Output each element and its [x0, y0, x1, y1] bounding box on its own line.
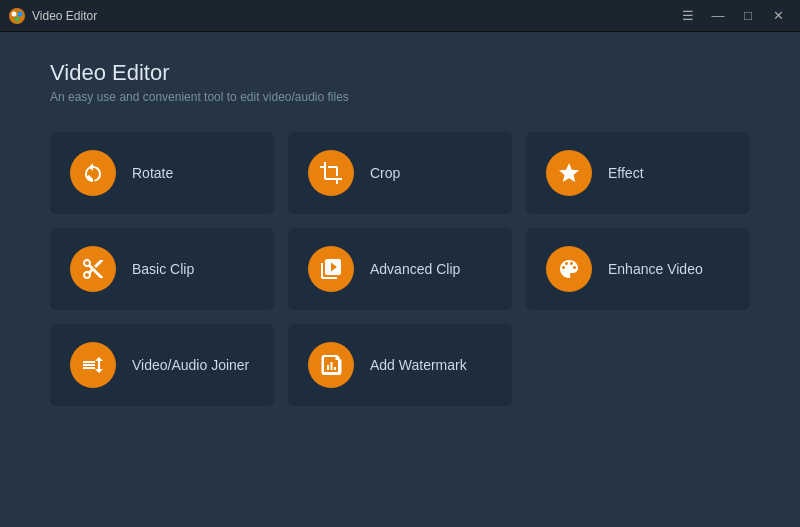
feature-grid: Rotate Crop Effect: [50, 132, 750, 406]
watermark-icon: [319, 353, 343, 377]
advanced-clip-card[interactable]: Advanced Clip: [288, 228, 512, 310]
rotate-label: Rotate: [132, 164, 173, 182]
enhance-video-label: Enhance Video: [608, 260, 703, 278]
crop-icon: [319, 161, 343, 185]
basic-clip-card[interactable]: Basic Clip: [50, 228, 274, 310]
crop-label: Crop: [370, 164, 400, 182]
effect-icon: [557, 161, 581, 185]
advanced-clip-label: Advanced Clip: [370, 260, 460, 278]
maximize-button[interactable]: □: [734, 5, 762, 27]
title-bar-label: Video Editor: [32, 9, 674, 23]
svg-point-2: [18, 11, 23, 16]
joiner-label: Video/Audio Joiner: [132, 356, 249, 374]
effect-label: Effect: [608, 164, 644, 182]
svg-point-0: [9, 8, 25, 24]
page-subtitle: An easy use and convenient tool to edit …: [50, 90, 750, 104]
page-title: Video Editor: [50, 60, 750, 86]
crop-icon-circle: [308, 150, 354, 196]
rotate-icon: [81, 161, 105, 185]
rotate-card[interactable]: Rotate: [50, 132, 274, 214]
enhance-video-icon-circle: [546, 246, 592, 292]
watermark-label: Add Watermark: [370, 356, 467, 374]
svg-point-1: [12, 11, 17, 16]
palette-icon: [557, 257, 581, 281]
svg-point-3: [15, 16, 20, 21]
watermark-icon-circle: [308, 342, 354, 388]
app-icon: [8, 7, 26, 25]
effect-card[interactable]: Effect: [526, 132, 750, 214]
main-content: Video Editor An easy use and convenient …: [0, 32, 800, 527]
menu-button[interactable]: ☰: [674, 5, 702, 27]
empty-slot: [526, 324, 750, 406]
scissors-icon: [81, 257, 105, 281]
advanced-clip-icon-circle: [308, 246, 354, 292]
basic-clip-icon-circle: [70, 246, 116, 292]
joiner-card[interactable]: Video/Audio Joiner: [50, 324, 274, 406]
basic-clip-label: Basic Clip: [132, 260, 194, 278]
advanced-clip-icon: [319, 257, 343, 281]
minimize-button[interactable]: —: [704, 5, 732, 27]
joiner-icon: [81, 353, 105, 377]
joiner-icon-circle: [70, 342, 116, 388]
watermark-card[interactable]: Add Watermark: [288, 324, 512, 406]
enhance-video-card[interactable]: Enhance Video: [526, 228, 750, 310]
title-bar: Video Editor ☰ — □ ✕: [0, 0, 800, 32]
effect-icon-circle: [546, 150, 592, 196]
rotate-icon-circle: [70, 150, 116, 196]
crop-card[interactable]: Crop: [288, 132, 512, 214]
close-button[interactable]: ✕: [764, 5, 792, 27]
window-controls: ☰ — □ ✕: [674, 5, 792, 27]
